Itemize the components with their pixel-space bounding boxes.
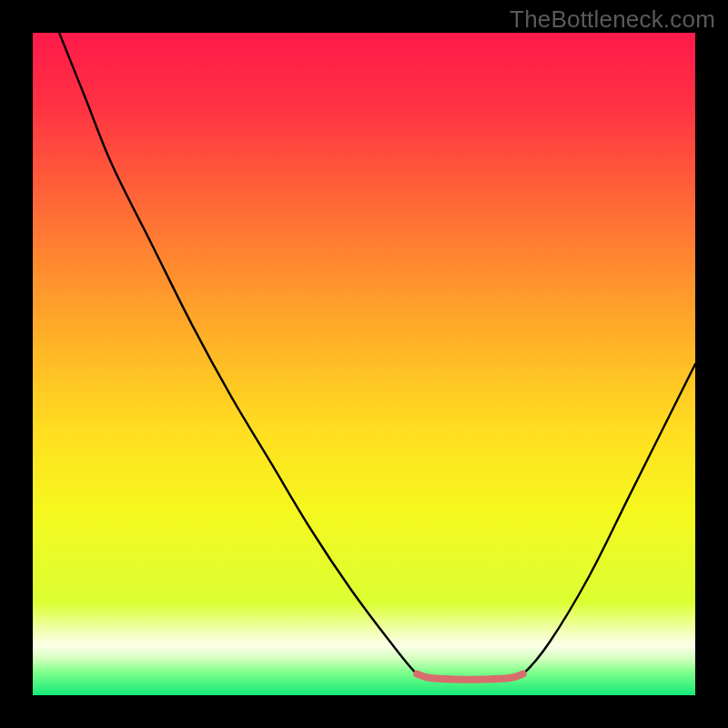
watermark-text: TheBottleneck.com [510,5,715,34]
bottleneck-chart [33,33,695,695]
plot-area [33,33,695,695]
gradient-background [33,33,695,695]
chart-frame: TheBottleneck.com [0,0,728,728]
